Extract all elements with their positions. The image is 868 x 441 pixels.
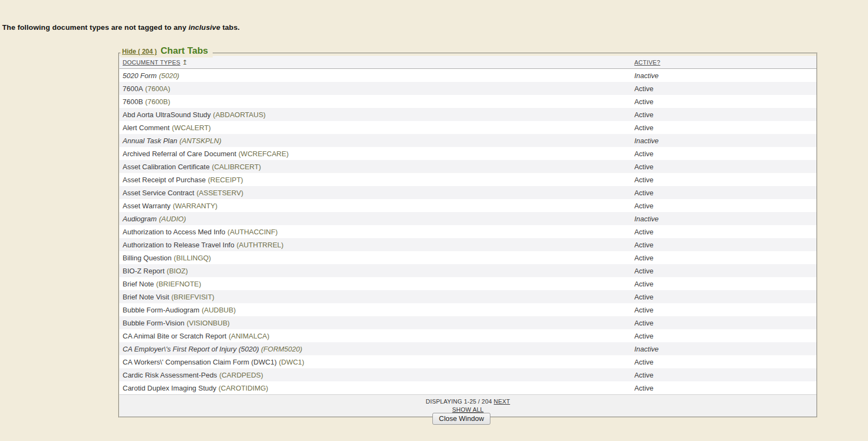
active-status-cell: Active: [631, 173, 816, 186]
document-code: (WARRANTY): [173, 202, 218, 210]
active-status-cell: Active: [631, 238, 816, 251]
table-row: Bubble Form-Audiogram(AUDBUB) Active: [119, 303, 816, 316]
show-all-line: SHOW ALL: [119, 406, 816, 413]
document-code: (ANIMALCA): [228, 332, 269, 340]
table-row: Alert Comment(WCALERT) Active: [119, 121, 816, 134]
status-badge: Inactive: [634, 215, 659, 223]
status-badge: Active: [634, 371, 653, 379]
document-name: Bubble Form-Audiogram: [123, 306, 200, 314]
document-name: BIO-Z Report: [123, 267, 164, 275]
table-row: Carotid Duplex Imaging Study(CAROTIDIMG)…: [119, 381, 816, 394]
intro-text-suffix: tabs.: [220, 23, 240, 31]
intro-text-prefix: The following document types are not tag…: [2, 23, 188, 31]
active-status-cell: Active: [631, 329, 816, 342]
document-type-cell: Asset Warranty(WARRANTY): [119, 199, 631, 212]
document-name: Archived Referral of Care Document: [123, 150, 237, 158]
document-name: Authorization to Access Med Info: [123, 228, 225, 236]
document-code: (5020): [159, 72, 180, 80]
panel-legend: Hide ( 204 ) Chart Tabs: [120, 46, 213, 57]
document-code: (7600A): [145, 85, 170, 93]
document-code: (7600B): [145, 98, 170, 106]
document-type-cell: Authorization to Release Travel Info(AUT…: [119, 238, 631, 251]
show-all-link[interactable]: SHOW ALL: [452, 406, 484, 413]
active-status-cell: Active: [631, 225, 816, 238]
intro-text-emphasis: inclusive: [188, 23, 220, 31]
document-code: (ASSETSERV): [196, 189, 243, 197]
document-name: Audiogram: [123, 215, 157, 223]
status-badge: Active: [634, 98, 653, 106]
table-row: Authorization to Release Travel Info(AUT…: [119, 238, 816, 251]
status-badge: Active: [634, 150, 653, 158]
close-window-button[interactable]: Close Window: [432, 413, 490, 425]
status-badge: Active: [634, 202, 653, 210]
status-badge: Active: [634, 306, 653, 314]
document-name: Annual Task Plan: [123, 137, 177, 145]
document-code: (WCALERT): [172, 124, 211, 132]
document-type-cell: Brief Note Visit(BRIEFVISIT): [119, 290, 631, 303]
hide-link[interactable]: Hide ( 204 ): [122, 48, 157, 55]
status-badge: Inactive: [634, 72, 659, 80]
document-type-cell: Cardic Risk Assessment-Peds(CARDPEDS): [119, 368, 631, 381]
document-type-cell: 7600B(7600B): [119, 95, 631, 108]
document-name: Brief Note Visit: [123, 293, 169, 301]
sort-active-link[interactable]: ACTIVE?: [634, 59, 660, 66]
sort-document-types-link[interactable]: DOCUMENT TYPES: [123, 59, 180, 66]
next-page-link[interactable]: NEXT: [494, 398, 510, 405]
active-status-cell: Active: [631, 82, 816, 95]
status-badge: Active: [634, 280, 653, 288]
active-status-cell: Active: [631, 381, 816, 394]
document-code: (CALIBRCERT): [212, 163, 261, 171]
table-row: Archived Referral of Care Document(WCREF…: [119, 147, 816, 160]
document-types-table: DOCUMENT TYPES↥ ACTIVE? 5020 Form(5020) …: [119, 56, 816, 394]
active-status-cell: Active: [631, 147, 816, 160]
document-code: (DWC1): [279, 358, 304, 366]
document-code: (VISIONBUB): [187, 319, 229, 327]
document-type-cell: CA Animal Bite or Scratch Report(ANIMALC…: [119, 329, 631, 342]
document-name: Bubble Form-Vision: [123, 319, 184, 327]
document-name: Carotid Duplex Imaging Study: [123, 384, 216, 392]
document-name: CA Animal Bite or Scratch Report: [123, 332, 226, 340]
status-badge: Active: [634, 384, 653, 392]
active-status-cell: Active: [631, 108, 816, 121]
document-type-cell: CA Workers\' Compensation Claim Form (DW…: [119, 355, 631, 368]
status-badge: Active: [634, 163, 653, 171]
document-type-cell: Asset Receipt of Purchase(RECEIPT): [119, 173, 631, 186]
table-row: Billing Question(BILLINGQ) Active: [119, 251, 816, 264]
document-name: Billing Question: [123, 254, 171, 262]
table-row: Abd Aorta UltraSound Study(ABDAORTAUS) A…: [119, 108, 816, 121]
chart-tabs-panel: Hide ( 204 ) Chart Tabs DOCUMENT TYPES↥ …: [118, 46, 818, 418]
panel-title: Chart Tabs: [161, 46, 208, 56]
table-row: 5020 Form(5020) Inactive: [119, 69, 816, 82]
status-badge: Active: [634, 241, 653, 249]
table-row: CA Workers\' Compensation Claim Form (DW…: [119, 355, 816, 368]
document-code: (ABDAORTAUS): [213, 111, 266, 119]
document-name: Abd Aorta UltraSound Study: [123, 111, 211, 119]
status-badge: Active: [634, 176, 653, 184]
active-status-cell: Inactive: [631, 69, 816, 82]
table-row: Bubble Form-Vision(VISIONBUB) Active: [119, 316, 816, 329]
document-type-cell: Asset Calibration Certificate(CALIBRCERT…: [119, 160, 631, 173]
active-status-cell: Active: [631, 355, 816, 368]
table-row: CA Employer\'s First Report of Injury (5…: [119, 342, 816, 355]
document-code: (BIOZ): [167, 267, 188, 275]
document-code: (FORM5020): [261, 345, 302, 353]
document-name: Asset Calibration Certificate: [123, 163, 209, 171]
document-name: 7600B: [123, 98, 143, 106]
active-status-cell: Active: [631, 199, 816, 212]
document-type-cell: Abd Aorta UltraSound Study(ABDAORTAUS): [119, 108, 631, 121]
active-status-cell: Active: [631, 277, 816, 290]
status-badge: Active: [634, 124, 653, 132]
sort-ascending-icon[interactable]: ↥: [182, 59, 187, 66]
status-badge: Inactive: [634, 345, 659, 353]
table-row: Asset Service Contract(ASSETSERV) Active: [119, 186, 816, 199]
table-row: CA Animal Bite or Scratch Report(ANIMALC…: [119, 329, 816, 342]
document-code: (ANTSKPLN): [180, 137, 221, 145]
active-status-cell: Active: [631, 316, 816, 329]
active-status-cell: Active: [631, 251, 816, 264]
status-badge: Active: [634, 111, 653, 119]
document-name: Alert Comment: [123, 124, 170, 132]
document-code: (BRIEFVISIT): [171, 293, 214, 301]
document-type-cell: 7600A(7600A): [119, 82, 631, 95]
status-badge: Active: [634, 254, 653, 262]
document-type-cell: Billing Question(BILLINGQ): [119, 251, 631, 264]
